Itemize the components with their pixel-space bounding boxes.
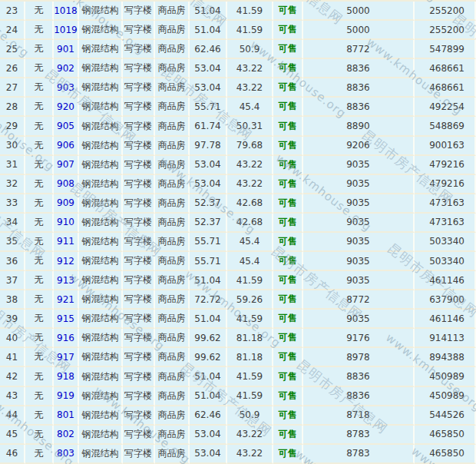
room-number-link[interactable]: 912	[57, 256, 74, 267]
total-price-cell: 544526	[415, 406, 476, 426]
row-index-cell: 30	[0, 137, 25, 156]
inner-area-cell: 59.26	[227, 290, 273, 310]
usage-cell: 写字楼	[123, 156, 155, 175]
total-price-cell: 479216	[415, 175, 476, 194]
row-index-cell: 33	[0, 194, 25, 214]
row-index-cell: 29	[0, 117, 25, 136]
room-number-link[interactable]: 913	[57, 275, 74, 286]
row-index-cell: 25	[0, 40, 25, 59]
room-number-cell: 906	[54, 137, 79, 156]
sale-status-badge: 可售	[279, 178, 297, 189]
structure-cell: 钢混结构	[79, 426, 123, 445]
mortgage-flag-cell: 无	[25, 310, 54, 329]
room-number-cell: 802	[54, 426, 79, 445]
room-number-link[interactable]: 907	[57, 159, 74, 170]
mortgage-flag-cell: 无	[25, 252, 54, 271]
sale-type-cell: 商品房	[155, 233, 190, 252]
sale-status-badge: 可售	[279, 313, 297, 323]
unit-price-cell: 9176	[303, 329, 415, 348]
table-row: 42无918钢混结构写字楼商品房51.0441.59可售8836450989	[0, 367, 476, 386]
row-index-cell: 23	[0, 2, 25, 21]
structure-cell: 钢混结构	[79, 137, 123, 156]
room-number-link[interactable]: 903	[57, 82, 74, 93]
usage-cell: 写字楼	[123, 387, 155, 406]
room-number-cell: 801	[54, 406, 79, 426]
room-number-link[interactable]: 910	[57, 217, 74, 227]
room-number-link[interactable]: 802	[57, 429, 74, 439]
room-number-link[interactable]: 902	[57, 63, 74, 74]
total-price-cell: 479216	[415, 156, 476, 175]
table-row: 40无916钢混结构写字楼商品房99.6281.18可售9176914113	[0, 329, 476, 348]
structure-cell: 钢混结构	[79, 271, 123, 290]
build-area-cell: 53.04	[190, 445, 227, 464]
build-area-cell: 99.62	[190, 348, 227, 367]
table-row: 36无912钢混结构写字楼商品房55.7145.4可售9035503340	[0, 252, 476, 271]
sale-status-cell: 可售	[273, 252, 303, 271]
room-number-cell: 1018	[54, 2, 79, 21]
structure-cell: 钢混结构	[79, 175, 123, 194]
room-number-link[interactable]: 803	[57, 448, 74, 459]
table-row: 23无1018钢混结构写字楼商品房51.0441.59可售5000255200	[0, 2, 476, 21]
structure-cell: 钢混结构	[79, 117, 123, 136]
row-index-cell: 44	[0, 406, 25, 426]
room-number-link[interactable]: 920	[57, 101, 74, 112]
build-area-cell: 53.04	[190, 175, 227, 194]
room-number-link[interactable]: 916	[57, 333, 74, 343]
room-number-cell: 916	[54, 329, 79, 348]
inner-area-cell: 41.59	[227, 387, 273, 406]
build-area-cell: 51.04	[190, 2, 227, 21]
room-number-link[interactable]: 1019	[54, 25, 78, 35]
build-area-cell: 53.04	[190, 78, 227, 98]
room-number-link[interactable]: 908	[57, 178, 74, 189]
total-price-cell: 461146	[415, 271, 476, 290]
inner-area-cell: 43.22	[227, 445, 273, 464]
table-row: 26无902钢混结构写字楼商品房53.0443.22可售8836468661	[0, 59, 476, 78]
room-number-link[interactable]: 909	[57, 197, 74, 208]
unit-price-cell: 9035	[303, 271, 415, 290]
sale-status-cell: 可售	[273, 175, 303, 194]
room-number-link[interactable]: 905	[57, 121, 74, 131]
structure-cell: 钢混结构	[79, 252, 123, 271]
unit-price-cell: 9035	[303, 214, 415, 233]
room-number-link[interactable]: 918	[57, 371, 74, 382]
row-index-cell: 46	[0, 445, 25, 464]
room-number-link[interactable]: 919	[57, 390, 74, 401]
inner-area-cell: 43.22	[227, 59, 273, 78]
mortgage-flag-cell: 无	[25, 78, 54, 98]
total-price-cell: 465850	[415, 445, 476, 464]
row-index-cell: 38	[0, 290, 25, 310]
room-number-cell: 907	[54, 156, 79, 175]
room-number-link[interactable]: 917	[57, 352, 74, 363]
sale-status-badge: 可售	[279, 62, 297, 73]
mortgage-flag-cell: 无	[25, 214, 54, 233]
room-number-link[interactable]: 911	[57, 236, 74, 247]
total-price-cell: 465850	[415, 426, 476, 445]
sale-type-cell: 商品房	[155, 2, 190, 21]
build-area-cell: 52.37	[190, 214, 227, 233]
inner-area-cell: 42.68	[227, 194, 273, 214]
unit-price-cell: 9035	[303, 233, 415, 252]
room-number-link[interactable]: 921	[57, 294, 74, 305]
total-price-cell: 461146	[415, 310, 476, 329]
table-row: 31无907钢混结构写字楼商品房53.0443.22可售9035479216	[0, 156, 476, 175]
row-index-cell: 43	[0, 387, 25, 406]
inner-area-cell: 45.4	[227, 233, 273, 252]
unit-price-cell: 8772	[303, 40, 415, 59]
room-number-link[interactable]: 901	[57, 44, 74, 55]
usage-cell: 写字楼	[123, 445, 155, 464]
mortgage-flag-cell: 无	[25, 137, 54, 156]
room-number-link[interactable]: 906	[57, 140, 74, 151]
total-price-cell: 255200	[415, 2, 476, 21]
unit-price-cell: 9206	[303, 137, 415, 156]
room-number-link[interactable]: 1018	[54, 5, 78, 16]
structure-cell: 钢混结构	[79, 40, 123, 59]
room-number-link[interactable]: 801	[57, 409, 74, 420]
table-row: 24无1019钢混结构写字楼商品房51.0441.59可售5000255200	[0, 21, 476, 40]
sale-status-badge: 可售	[279, 409, 297, 420]
room-number-link[interactable]: 915	[57, 313, 74, 324]
mortgage-flag-cell: 无	[25, 21, 54, 40]
unit-price-cell: 8836	[303, 387, 415, 406]
usage-cell: 写字楼	[123, 233, 155, 252]
row-index-cell: 32	[0, 175, 25, 194]
sale-status-badge: 可售	[279, 390, 297, 401]
